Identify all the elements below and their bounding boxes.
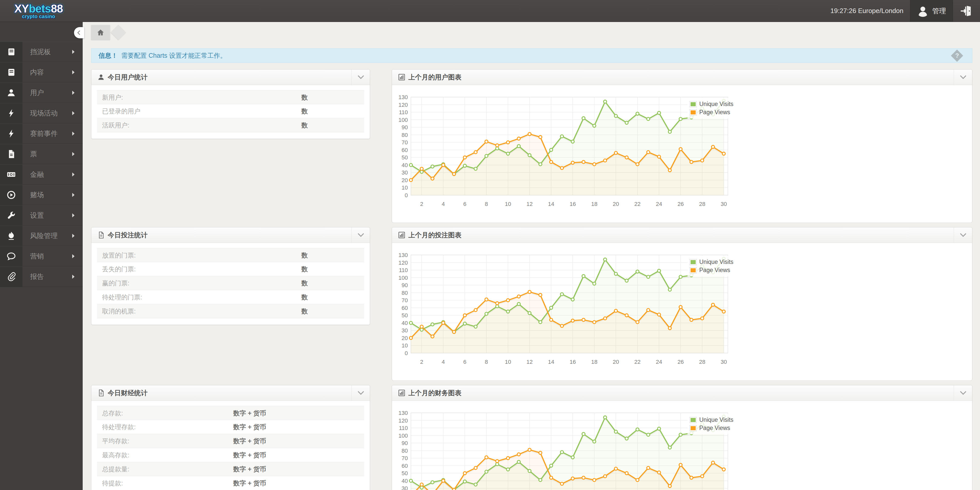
collapse-button[interactable] [954, 227, 972, 243]
svg-text:6: 6 [463, 201, 466, 207]
stat-label: 已登录的用户 [102, 107, 140, 115]
sidebar-item-label: 票 [22, 150, 72, 159]
table-row: 最高存款:数字 + 货币 [97, 448, 364, 462]
chevron-right-icon [72, 132, 75, 136]
legend-item: Page Views [690, 425, 733, 431]
svg-text:50: 50 [402, 312, 408, 319]
svg-text:110: 110 [399, 267, 408, 273]
clock: 19:27:26 Europe/London [830, 7, 904, 15]
svg-text:6: 6 [463, 359, 466, 365]
chevron-down-icon [960, 233, 966, 237]
svg-text:130: 130 [398, 94, 408, 101]
row-finance: 今日财经统计 总存款:数字 + 货币待处理存款:数字 + 货币平均存款:数字 +… [91, 385, 972, 490]
chat-bubble-icon [0, 246, 22, 266]
sidebar-item-prematch-events[interactable]: 赛前事件 [0, 123, 83, 144]
sidebar-item-label: 赛前事件 [22, 129, 72, 138]
stat-value: 数字 + 货币 [233, 406, 266, 420]
svg-text:30: 30 [402, 169, 408, 176]
legend-item: Page Views [690, 267, 733, 274]
main-content: 信息！ 需要配置 Charts 设置才能正常工作。 ? 今日用户统计 新用户:数… [83, 22, 980, 490]
play-circle-icon [0, 185, 22, 205]
chevron-right-icon [72, 70, 75, 74]
svg-text:10: 10 [402, 342, 408, 349]
svg-text:26: 26 [678, 359, 684, 365]
sidebar-item-live-events[interactable]: 现场活动 [0, 103, 83, 123]
chart-panel-users-header: 上个月的用户图表 [392, 70, 972, 85]
stat-label: 丢失的门票: [102, 265, 136, 273]
svg-text:12: 12 [527, 359, 533, 365]
sidebar-item-finance[interactable]: 金融 [0, 164, 83, 185]
file-icon [0, 144, 22, 164]
chevron-down-icon [358, 233, 364, 237]
svg-text:50: 50 [402, 154, 408, 161]
paperclip-icon [0, 267, 22, 287]
chevron-right-icon [72, 111, 75, 115]
collapse-button[interactable] [352, 227, 370, 243]
sidebar-item-marketing[interactable]: 营销 [0, 246, 83, 267]
svg-text:4: 4 [442, 201, 445, 207]
sidebar-item-reports[interactable]: 报告 [0, 267, 83, 287]
panel-title: 上个月的投注图表 [408, 231, 461, 239]
panel-betting-stats: 今日投注统计 放置的门票:数丢失的门票:数赢的门票:数待处理的门票:数取消的机票… [91, 227, 370, 325]
svg-text:40: 40 [402, 478, 408, 484]
panel-user-stats: 今日用户统计 新用户:数已登录的用户数活跃用户:数 [91, 69, 370, 139]
svg-text:22: 22 [635, 359, 641, 365]
admin-menu-button[interactable]: 管理 [910, 0, 953, 22]
panel-betting-stats-header: 今日投注统计 [91, 227, 370, 243]
collapse-button[interactable] [954, 385, 972, 401]
sidebar-item-risk-management[interactable]: 风险管理 [0, 226, 83, 246]
svg-text:70: 70 [402, 455, 408, 461]
sidebar-item-settings[interactable]: 设置 [0, 205, 83, 226]
bolt-icon [0, 103, 22, 123]
collapse-button[interactable] [352, 385, 370, 401]
sidebar-item-tickets[interactable]: 票 [0, 144, 83, 164]
panel-title: 今日财经统计 [108, 389, 148, 397]
svg-text:70: 70 [402, 297, 408, 303]
svg-text:28: 28 [699, 359, 705, 365]
legend-swatch [690, 101, 697, 107]
logout-button[interactable] [959, 5, 972, 18]
row-bets: 今日投注统计 放置的门票:数丢失的门票:数赢的门票:数待处理的门票:数取消的机票… [91, 227, 972, 380]
table-row: 新用户:数 [97, 90, 364, 104]
table-row: 总存款:数字 + 货币 [97, 406, 364, 420]
chart-panel-bets: 上个月的投注图表 0102030405060708090100110120130… [392, 227, 972, 380]
table-row: 总提款量:数字 + 货币 [97, 462, 364, 476]
stats-table: 放置的门票:数丢失的门票:数赢的门票:数待处理的门票:数取消的机票:数 [97, 248, 364, 318]
breadcrumb-home[interactable] [91, 25, 110, 40]
svg-text:0: 0 [405, 350, 408, 356]
collapse-button[interactable] [352, 70, 370, 85]
chart-bets: 0102030405060708090100110120130246810121… [392, 243, 972, 380]
chart-legend: Unique VisitsPage Views [687, 413, 737, 434]
svg-text:20: 20 [613, 359, 619, 365]
sidebar-item-casino[interactable]: 赌场 [0, 185, 83, 205]
legend-label: Unique Visits [699, 101, 733, 107]
svg-text:12: 12 [527, 201, 533, 207]
sidebar-item-dashboard[interactable]: 挡泥板 [0, 41, 83, 62]
svg-text:60: 60 [402, 463, 408, 469]
chevron-right-icon [72, 50, 75, 54]
svg-text:20: 20 [402, 177, 408, 184]
logout-door-icon [959, 5, 972, 18]
sidebar-item-content[interactable]: 内容 [0, 62, 83, 83]
svg-text:10: 10 [505, 201, 511, 207]
chevron-right-icon [72, 193, 75, 197]
svg-text:130: 130 [398, 410, 408, 416]
sidebar-item-label: 用户 [22, 88, 72, 97]
avatar-icon [917, 5, 929, 17]
app-logo[interactable]: XYbets88 crypto casino [14, 3, 63, 19]
sidebar-item-users[interactable]: 用户 [0, 83, 83, 103]
stat-label: 待处理的门票: [102, 294, 142, 301]
chart-legend: Unique VisitsPage Views [687, 256, 737, 276]
collapse-button[interactable] [954, 70, 972, 85]
line-chart: 0102030405060708090100110120130246810121… [392, 401, 972, 490]
chevron-right-icon [72, 172, 75, 177]
chevron-right-icon [72, 152, 75, 156]
sidebar-item-label: 现场活动 [22, 109, 72, 118]
stats-table: 新用户:数已登录的用户数活跃用户:数 [97, 90, 364, 132]
chevron-right-icon [72, 213, 75, 217]
legend-swatch [690, 425, 697, 431]
panel-user-stats-header: 今日用户统计 [91, 70, 370, 85]
sidebar-collapse-toggle[interactable] [74, 27, 84, 38]
chevron-down-icon [960, 75, 966, 79]
stat-value: 数字 + 货币 [233, 476, 266, 490]
